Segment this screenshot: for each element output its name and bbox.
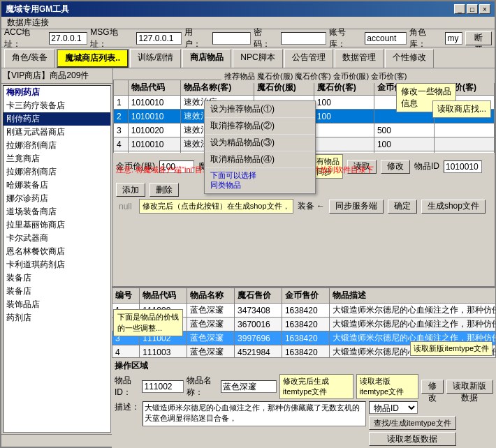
tab-shopitems[interactable]: 商店物品 — [182, 49, 231, 68]
list-item[interactable]: 道场装备商店 — [3, 205, 110, 218]
op-desc-label: 描述： — [115, 401, 140, 413]
sync-server-button[interactable]: 同步服务端 — [329, 200, 384, 214]
col-no — [114, 80, 129, 96]
items-table-area: 编号 物品代码 物品名称 魔石售价 金币售价 物品描述 1 111000 蓝色深… — [113, 288, 495, 357]
list-item[interactable]: 装备店 — [3, 285, 110, 298]
tab-train[interactable]: 训练/剧情 — [130, 49, 181, 68]
tab-shoplist[interactable]: 魔城商店列表.. — [57, 49, 129, 68]
msg-label: MSG地址： — [90, 27, 133, 50]
role-input[interactable] — [445, 32, 462, 45]
tab-npc[interactable]: NPC脚本 — [233, 49, 282, 68]
op-modify-button[interactable]: 修改 — [421, 380, 444, 394]
db-input[interactable] — [365, 32, 407, 45]
list-item[interactable]: 拉里基丽饰商店 — [3, 218, 110, 232]
ctx-premium[interactable]: 设为精品物品(③) — [205, 135, 315, 151]
left-panel: 【VIP商店】商品209件 梅刚药店 卡三药疗装备店 刚侍药店 刚遮元武器商店 … — [1, 68, 113, 434]
tab-announce[interactable]: 公告管理 — [284, 49, 333, 68]
col-name: 物品名称 — [187, 288, 235, 304]
toolbar: ACC地址： MSG地址： 用户： 密码： 账号库： 角色库： 断开 — [1, 29, 495, 47]
tab-datamanage[interactable]: 数据管理 — [335, 49, 384, 68]
list-item-selected[interactable]: 刚侍药店 — [3, 112, 110, 126]
tab-role[interactable]: 角色/装备 — [4, 49, 55, 68]
col-desc: 物品描述 — [329, 288, 495, 304]
list-item[interactable]: 兰竟商店 — [3, 152, 110, 165]
col-ms-price: 魔石售价 — [235, 288, 282, 304]
list-item[interactable]: 药剂店 — [3, 311, 110, 324]
list-item[interactable]: 恩名林餐饮商店 — [3, 245, 110, 258]
list-item[interactable]: 装备店 — [3, 271, 110, 285]
equip-label: 装备 ← — [298, 200, 325, 212]
pwd-input[interactable] — [281, 32, 326, 45]
connect-button[interactable]: 断开 — [465, 31, 492, 45]
maximize-button[interactable]: □ — [467, 4, 478, 14]
ctx-unpremium[interactable]: 取消精品物品(④) — [205, 151, 315, 168]
list-item[interactable]: 娜尔诊药店 — [3, 192, 110, 205]
tab-personal[interactable]: 个性修改 — [385, 49, 434, 68]
acc-input[interactable] — [49, 32, 87, 45]
db-label: 账号库： — [329, 27, 362, 50]
list-item[interactable]: 装饰品店 — [3, 298, 110, 311]
list-item[interactable]: 卡尔武器商 — [3, 232, 110, 245]
ctx-recommend[interactable]: 设为推荐物品(①) — [205, 101, 315, 118]
role-label: 角色库： — [409, 27, 442, 50]
op-desc-textarea[interactable]: 大锻造师米尔德尼的心血倾注之作，那种仿佛藏藏了无数玄机的天蓝色调显得陷迷目合备， — [143, 401, 366, 426]
callout-modify2: 修改完后（点击此按钮）在生成shop文件， — [139, 199, 293, 214]
list-item[interactable]: 卡利道琪药剂店 — [3, 258, 110, 271]
title-bar: 魔域专用GM工具 _ □ × — [1, 1, 495, 17]
user-label: 用户： — [184, 27, 209, 50]
op-read-new-button[interactable]: 读取新版数据 — [446, 380, 493, 394]
acc-label: ACC地址： — [4, 27, 46, 50]
list-item[interactable]: 卡三药疗装备店 — [3, 99, 110, 112]
callout-read-shop: 读取商店找... — [432, 100, 491, 118]
left-list-header: 【VIP商店】商品209件 — [1, 68, 112, 84]
op-sort-select[interactable]: 物品ID — [369, 401, 418, 414]
col-no: 编号 — [113, 288, 140, 304]
context-menu: 设为推荐物品(①) 取消推荐物品(②) 设为精品物品(③) 取消精品物品(④) … — [204, 100, 316, 194]
confirm-button[interactable]: 确定 — [388, 200, 417, 214]
col-code: 物品代码 — [140, 288, 187, 304]
op-read-old-btn[interactable]: 读取老版数据 — [369, 432, 456, 434]
close-button[interactable]: × — [479, 4, 490, 14]
op-sort-area: 物品ID 查找/生成itemtype文件 读取老版数据 — [369, 401, 456, 434]
msg-input[interactable] — [136, 32, 182, 45]
main-window: 魔域专用GM工具 _ □ × 数据库连接 ACC地址： MSG地址： 用户： 密… — [0, 0, 496, 448]
title-buttons: _ □ × — [454, 4, 490, 14]
op-item-id-input[interactable] — [142, 380, 184, 393]
op-item-name-label: 物品名称： — [187, 375, 217, 398]
callout-read-old-itemtype: 读取老版itemtype文件 — [356, 374, 419, 399]
shop-list[interactable]: 梅刚药店 卡三药疗装备店 刚侍药店 刚遮元武器商店 拉娜溶剂商店 兰竟商店 拉娜… — [3, 85, 111, 433]
col-code: 物品代码 — [128, 80, 180, 96]
pwd-label: 密码： — [254, 27, 278, 50]
tab-bar: 角色/装备 魔城商店列表.. 训练/剧情 商店物品 NPC脚本 公告管理 数据管… — [1, 47, 495, 68]
ctx-selectsame[interactable]: 下面可以选择同类物品 — [205, 168, 315, 193]
operation-label: 操作区域 — [115, 360, 493, 372]
delete-button[interactable]: 删除 — [149, 183, 179, 197]
op-row2: 描述： 大锻造师米尔德尼的心血倾注之作，那种仿佛藏藏了无数玄机的天蓝色调显得陷迷… — [115, 401, 493, 434]
col-gold-price: 金币售价 — [282, 288, 329, 304]
list-item[interactable]: 梅刚药店 — [3, 86, 110, 99]
right-panel: 推荐物品 魔石价(服) 魔石价(客) 金币价(服) 金币价(客) 物品代码 物品… — [113, 68, 495, 434]
minimize-button[interactable]: _ — [454, 4, 465, 14]
op-item-name-input[interactable] — [221, 380, 277, 393]
add-button[interactable]: 添加 — [116, 183, 145, 197]
main-content: 【VIP商店】商品209件 梅刚药店 卡三药疗装备店 刚侍药店 刚遮元武器商店 … — [1, 68, 495, 434]
callout-generate-itemtype: 修改完后生成itemtype文件 — [279, 374, 353, 399]
list-item[interactable]: 哈娜装备店 — [3, 179, 110, 192]
user-input[interactable] — [212, 32, 251, 45]
items-note: 下面是物品的价钱的一些调整... — [113, 309, 183, 336]
op-item-id-label: 物品ID： — [115, 375, 139, 398]
null-text: null — [116, 200, 135, 213]
operation-area: 操作区域 物品ID： 物品名称： 修改完后生成itemtype文件 — [113, 357, 495, 434]
list-item[interactable]: 刚遮元武器商店 — [3, 126, 110, 139]
table-header-note: 推荐物品 魔石价(服) 魔石价(客) 金币价(服) 金币价(客) — [221, 70, 495, 83]
list-item[interactable]: 拉娜溶剂商店 — [3, 165, 110, 179]
op-row1: 物品ID： 物品名称： 修改完后生成itemtype文件 读取老版itemtyp… — [115, 374, 493, 399]
read-new-note: 读取新版itemtype文件 — [410, 341, 493, 356]
op-search-btn[interactable]: 查找/生成itemtype文件 — [369, 416, 456, 430]
ctx-unrecommend[interactable]: 取消推荐物品(②) — [205, 118, 315, 135]
bottom-section: 编号 物品代码 物品名称 魔石售价 金币售价 物品描述 1 111000 蓝色深… — [113, 286, 495, 434]
list-item[interactable]: 拉娜溶剂商店 — [3, 139, 110, 152]
shop-table-area: 推荐物品 魔石价(服) 魔石价(客) 金币价(服) 金币价(客) 物品代码 物品… — [113, 68, 495, 215]
generate-shop-button[interactable]: 生成shop文件 — [421, 200, 486, 214]
window-title: 魔域专用GM工具 — [6, 3, 69, 15]
